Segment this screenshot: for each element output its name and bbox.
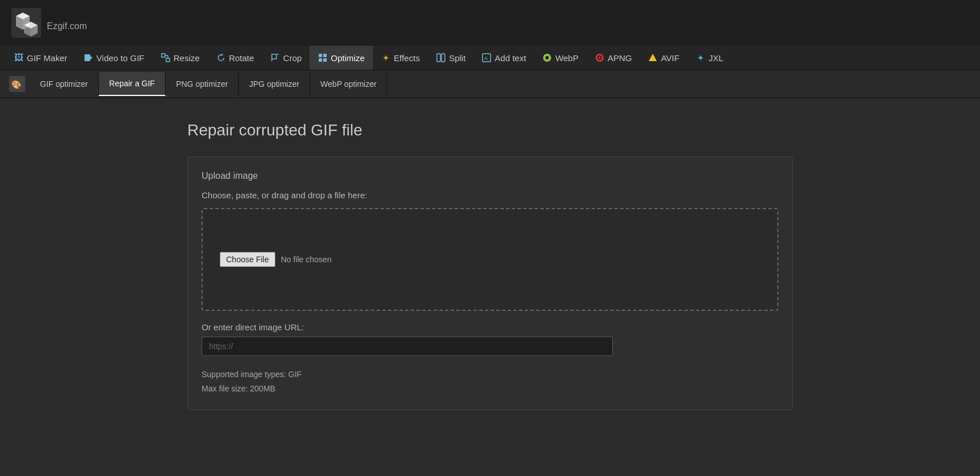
page-title: Repair corrupted GIF file [187, 121, 793, 139]
main-content: Repair corrupted GIF file Upload image C… [176, 98, 804, 433]
svg-text:🎨: 🎨 [11, 80, 22, 90]
svg-point-22 [599, 57, 601, 59]
svg-rect-15 [441, 54, 445, 62]
file-input-wrapper: Choose File No file chosen [220, 252, 331, 267]
svg-marker-2 [90, 56, 93, 59]
crop-icon [270, 53, 280, 63]
add-text-icon: A [481, 53, 492, 63]
upload-description: Choose, paste, or drag and drop a file h… [202, 190, 778, 200]
svg-rect-14 [437, 54, 440, 62]
no-file-text: No file chosen [281, 255, 332, 264]
logo-icon [11, 8, 41, 38]
nav-item-resize[interactable]: Resize [152, 46, 208, 70]
sub-nav-logo-icon: 🎨 [7, 74, 27, 94]
sub-nav-item-gif-optimizer[interactable]: GIF optimizer [30, 73, 99, 95]
video-to-gif-icon [83, 53, 94, 63]
rotate-icon [216, 53, 226, 63]
upload-card-title: Upload image [202, 171, 778, 181]
sub-nav-item-webp-optimizer[interactable]: WebP optimizer [310, 73, 387, 95]
svg-rect-7 [272, 54, 276, 59]
nav-item-add-text[interactable]: A Add text [473, 46, 534, 70]
webp-icon [542, 53, 552, 63]
nav-item-split[interactable]: Split [428, 46, 473, 70]
logo-text: Ezgif.com [47, 13, 87, 34]
apng-icon [595, 53, 605, 63]
nav-item-avif[interactable]: AVIF [640, 46, 687, 70]
nav-item-effects[interactable]: ✦ Effects [373, 46, 428, 70]
nav-item-apng[interactable]: APNG [587, 46, 640, 70]
sub-nav-item-repair-gif[interactable]: Repair a GIF [99, 72, 166, 96]
logo[interactable]: Ezgif.com [11, 8, 87, 38]
url-label: Or enter direct image URL: [202, 322, 778, 332]
resize-icon [160, 53, 171, 63]
drop-zone[interactable]: Choose File No file chosen [202, 208, 778, 311]
split-icon [436, 53, 446, 63]
svg-marker-23 [649, 54, 657, 61]
svg-rect-3 [162, 54, 165, 57]
choose-file-button[interactable]: Choose File [220, 252, 275, 267]
nav-item-video-to-gif[interactable]: Video to GIF [75, 46, 152, 70]
svg-rect-4 [166, 58, 170, 62]
avif-icon [648, 53, 658, 63]
jxl-icon: ✦ [696, 53, 706, 63]
nav-item-rotate[interactable]: Rotate [208, 46, 262, 70]
svg-point-19 [545, 56, 549, 59]
optimize-icon [318, 53, 328, 63]
nav-item-webp[interactable]: WebP [534, 46, 587, 70]
effects-icon: ✦ [381, 53, 391, 63]
svg-rect-10 [319, 54, 322, 57]
svg-rect-12 [319, 58, 322, 62]
main-nav: 🖼 GIF Maker Video to GIF Resize Rotate C… [0, 46, 980, 70]
supported-info: Supported image types: GIF Max file size… [202, 367, 778, 396]
svg-rect-1 [85, 54, 90, 61]
upload-card: Upload image Choose, paste, or drag and … [187, 157, 793, 410]
url-input[interactable] [202, 337, 613, 356]
sub-nav: 🎨 GIF optimizer Repair a GIF PNG optimiz… [0, 70, 980, 98]
sub-nav-item-jpg-optimizer[interactable]: JPG optimizer [239, 73, 310, 95]
gif-maker-icon: 🖼 [14, 53, 24, 63]
sub-nav-item-png-optimizer[interactable]: PNG optimizer [166, 73, 239, 95]
svg-text:A: A [484, 55, 488, 61]
header: Ezgif.com [0, 0, 980, 46]
nav-item-jxl[interactable]: ✦ JXL [688, 46, 732, 70]
svg-rect-11 [323, 54, 327, 57]
nav-item-crop[interactable]: Crop [262, 46, 310, 70]
nav-item-gif-maker[interactable]: 🖼 GIF Maker [6, 46, 75, 70]
svg-rect-13 [323, 58, 327, 62]
nav-item-optimize[interactable]: Optimize [310, 46, 372, 70]
